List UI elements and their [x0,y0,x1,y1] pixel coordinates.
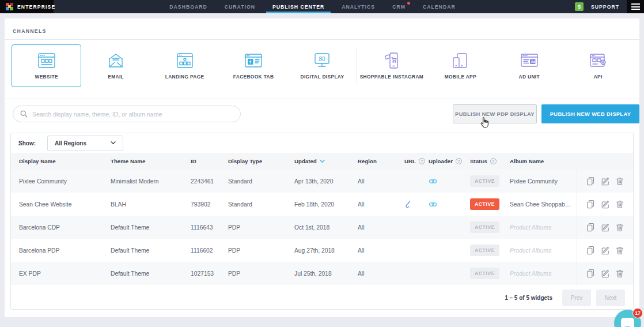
channel-label: EMAIL [108,74,124,80]
region-dropdown-value: All Regions [55,140,86,146]
cell-display-type: Standard [228,201,294,208]
channel-digital-display[interactable]: 80 DIGITAL DISPLAY [288,44,357,87]
table-row[interactable]: EX PDP Default Theme 1027153 PDP Jul 25t… [11,262,633,285]
svg-text:80: 80 [319,55,326,62]
cell-theme-name: BLAH [111,201,191,208]
nav-item-crm-label: CRM [392,4,406,10]
cell-region: All [358,178,404,185]
cell-updated: Feb 18th, 2020 [294,201,358,208]
region-dropdown[interactable]: All Regions [47,136,123,151]
cell-album-name: Product Albums [510,270,577,277]
delete-icon[interactable] [615,176,624,186]
delete-icon[interactable] [615,223,624,232]
cell-album-name: Pixlee Community [510,178,577,185]
cell-display-type: Standard [228,178,294,185]
nav-item-calendar[interactable]: CALENDAR [416,0,462,13]
copy-icon[interactable] [586,269,595,278]
cell-display-name: Barcelona PDP [19,247,111,254]
copy-icon[interactable] [586,176,595,186]
delete-icon[interactable] [615,246,624,255]
delete-icon[interactable] [615,200,624,209]
channel-ad-unit[interactable]: Ad AD UNIT [495,44,563,87]
search-input[interactable] [32,111,233,118]
channel-email[interactable]: EMAIL [81,44,150,87]
help-icon[interactable]: ? [419,158,425,164]
publish-new-web-display-button[interactable]: PUBLISH NEW WEB DISPLAY [541,104,639,123]
cell-display-type: PDP [228,224,294,231]
ad-unit-icon: Ad [518,52,540,69]
nav-menu: DASHBOARD CURATION PUBLISH CENTER ANALYT… [54,0,571,13]
cell-actions [577,170,633,193]
channel-mobile-app[interactable]: MOBILE APP [426,44,495,87]
prev-button[interactable]: Prev [562,290,591,306]
pagination: 1 – 5 of 5 widgets Prev Next [11,285,633,310]
support-link[interactable]: SUPPORT [591,4,619,10]
cell-updated: Jul 25th, 2018 [294,270,358,277]
table-row[interactable]: Pixlee Community Minimalist Modern 22434… [11,170,633,193]
uploader-link-icon[interactable] [429,201,437,208]
cell-region: All [358,270,404,277]
publish-new-pdp-display-button[interactable]: PUBLISH NEW PDP DISPLAY [453,104,537,123]
edit-icon[interactable] [601,200,610,209]
chat-unread-badge: 17 [632,308,643,318]
column-url: URL? [404,158,429,164]
channel-website[interactable]: WEBSITE [12,44,81,87]
table-row[interactable]: Barcelona CDP Default Theme 1116643 PDP … [11,216,633,239]
nav-item-analytics[interactable]: ANALYTICS [335,0,381,13]
cell-display-name: Barcelona CDP [19,224,111,231]
help-icon[interactable]: ? [456,158,462,164]
channel-label: AD UNIT [519,74,540,80]
table-row[interactable]: Barcelona PDP Default Theme 1116602 PDP … [11,239,633,262]
column-display-name: Display Name [19,158,111,164]
cell-url [404,201,429,208]
mobile-app-icon [449,52,471,69]
hamburger-menu-icon[interactable] [627,0,644,13]
svg-text:f: f [249,59,251,65]
table-header: Display Name Theme Name ID Display Type … [11,153,633,170]
next-button[interactable]: Next [596,290,625,306]
channel-label: API [594,74,603,80]
channel-facebook-tab[interactable]: f FACEBOOK TAB [219,44,287,87]
cell-album-name: Product Albums [510,224,577,231]
column-updated[interactable]: Updated [294,158,358,164]
nav-item-curation[interactable]: CURATION [218,0,262,13]
column-url-label: URL [404,158,416,164]
column-status-label: Status [470,158,487,164]
nav-item-dashboard[interactable]: DASHBOARD [163,0,213,13]
nav-item-publish-center[interactable]: PUBLISH CENTER [266,0,331,13]
edit-icon[interactable] [601,176,610,186]
cell-updated: Oct 1st, 2018 [294,224,358,231]
table-row[interactable]: Sean Chee Website BLAH 793902 Standard F… [11,193,633,216]
url-link-icon[interactable] [404,201,411,208]
api-icon [587,52,609,69]
cell-status: ACTIVE [470,175,510,187]
status-badge[interactable]: S [575,2,584,11]
edit-icon[interactable] [601,246,610,255]
divider [5,99,639,99]
column-album-name: Album Name [510,158,577,164]
channel-label: DIGITAL DISPLAY [301,74,344,80]
column-uploader: Uploader? [429,158,470,164]
channel-api[interactable]: API [564,44,632,87]
cell-actions [577,262,633,285]
channel-landing-page[interactable]: LANDING PAGE [150,44,219,87]
channel-label: WEBSITE [35,74,58,80]
uploader-link-icon[interactable] [429,178,437,185]
edit-icon[interactable] [601,223,610,232]
delete-icon[interactable] [615,269,624,278]
cell-status: ACTIVE [470,268,510,279]
copy-icon[interactable] [586,223,595,232]
edit-icon[interactable] [601,269,610,278]
channel-shoppable-instagram[interactable]: SHOPPABLE INSTAGRAM [357,44,426,87]
sort-desc-icon [320,160,325,163]
search-bar [13,106,241,122]
status-badge: ACTIVE [470,268,499,279]
brand[interactable]: ENTERPRISE [0,0,54,13]
cell-id: 1027153 [191,270,228,277]
help-icon[interactable]: ? [490,158,497,164]
nav-item-crm[interactable]: CRM [386,0,412,13]
cell-display-name: Pixlee Community [19,178,111,185]
copy-icon[interactable] [586,246,595,255]
channel-label: MOBILE APP [445,74,476,80]
copy-icon[interactable] [586,200,595,209]
